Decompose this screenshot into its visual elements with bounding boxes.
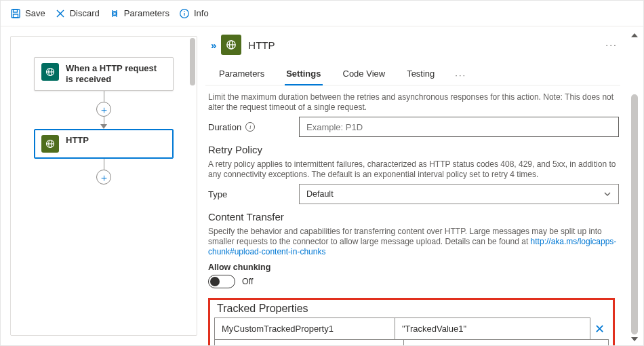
retry-type-label: Type	[208, 189, 289, 199]
content-transfer-title: Content Transfer	[208, 211, 619, 223]
tracked-properties-section: Tracked Properties MyCustomTrackedProper…	[208, 298, 615, 345]
info-icon	[179, 8, 190, 19]
chevron-down-icon	[603, 190, 611, 198]
connector-line	[104, 159, 104, 170]
remove-tracked-property-button[interactable]: ✕	[590, 322, 609, 337]
details-scrollbar[interactable]	[631, 33, 638, 341]
scroll-down-icon[interactable]	[631, 337, 638, 341]
tab-settings[interactable]: Settings	[285, 64, 322, 85]
panel-tabs: Parameters Settings Code View Testing ··…	[205, 62, 620, 85]
connector-arrow-icon	[100, 124, 107, 129]
allow-chunking-label: Allow chunking	[208, 263, 619, 272]
svg-text:@: @	[112, 11, 117, 16]
node-http-action[interactable]: HTTP	[34, 129, 174, 159]
parameters-label: Parameters	[124, 8, 169, 18]
allow-chunking-toggle[interactable]	[208, 275, 235, 288]
tracked-property-value-input[interactable]: "TrackedValue1"	[402, 324, 466, 334]
tracked-property-key-input[interactable]: MyCustomTrackedProperty1	[222, 324, 334, 334]
info-label: Info	[194, 8, 209, 18]
save-button[interactable]: Save	[10, 8, 45, 19]
node-http-title: HTTP	[66, 135, 89, 146]
connector-2: ＋	[96, 159, 111, 185]
svg-rect-1	[14, 9, 18, 12]
duration-input[interactable]	[299, 117, 619, 137]
save-label: Save	[25, 8, 45, 18]
parameters-button[interactable]: @ Parameters	[109, 8, 169, 19]
duration-label: Duration i	[208, 122, 289, 132]
content-transfer-help: Specify the behavior and capabilities fo…	[208, 227, 619, 257]
toggle-knob	[210, 277, 220, 286]
discard-label: Discard	[70, 8, 100, 18]
tracked-properties-table: MyCustomTrackedProperty1 "TrackedValue1"	[214, 318, 590, 340]
workflow-canvas[interactable]: When a HTTP request is received ＋ HTTP	[10, 36, 197, 336]
allow-chunking-state: Off	[242, 277, 253, 286]
info-icon[interactable]: i	[245, 122, 255, 132]
connector-line	[104, 91, 104, 102]
retry-policy-title: Retry Policy	[208, 144, 619, 155]
http-action-icon	[221, 35, 241, 55]
tracked-property-row: MyCustomTrackedProperty1 "TrackedValue1"	[215, 318, 590, 340]
panel-more-button[interactable]: ···	[605, 39, 620, 50]
connector-1: ＋	[96, 91, 111, 129]
svg-rect-0	[12, 9, 20, 18]
request-trigger-icon	[41, 63, 59, 81]
collapse-panel-button[interactable]: »	[211, 39, 214, 51]
canvas-scrollbar[interactable]	[190, 38, 195, 334]
scroll-thumb[interactable]	[631, 94, 638, 334]
discard-button[interactable]: Discard	[55, 8, 100, 19]
add-step-button[interactable]: ＋	[96, 102, 111, 117]
node-trigger-title: When a HTTP request is received	[66, 63, 166, 85]
svg-point-9	[184, 11, 185, 12]
tabs-overflow-button[interactable]: ···	[455, 70, 466, 80]
action-timeout-help: Limit the maximum duration between the r…	[208, 92, 619, 113]
tab-parameters[interactable]: Parameters	[218, 64, 266, 85]
duration-label-text: Duration	[208, 122, 241, 132]
tab-testing[interactable]: Testing	[405, 64, 436, 85]
retry-type-select[interactable]: Default	[299, 184, 619, 204]
action-details-panel: » HTTP ··· Parameters Settings Code View…	[199, 26, 643, 345]
workflow-canvas-column: When a HTTP request is received ＋ HTTP	[1, 26, 199, 345]
retry-type-value: Default	[306, 189, 334, 199]
svg-rect-2	[14, 14, 18, 18]
command-bar: Save Discard @ Parameters Info	[1, 1, 643, 26]
save-icon	[10, 8, 21, 19]
tab-code-view[interactable]: Code View	[342, 64, 387, 85]
discard-icon	[55, 8, 66, 19]
retry-policy-help: A retry policy applies to intermittent f…	[208, 159, 619, 180]
add-step-button[interactable]: ＋	[96, 170, 111, 185]
node-trigger[interactable]: When a HTTP request is received	[34, 57, 174, 91]
scroll-up-icon[interactable]	[631, 33, 638, 37]
tracked-properties-new-row: Key Value	[214, 339, 609, 345]
tracked-property-row: Key Value	[215, 340, 609, 346]
http-action-icon	[41, 135, 59, 153]
info-button[interactable]: Info	[179, 8, 209, 19]
parameters-icon: @	[109, 8, 120, 19]
tracked-properties-title: Tracked Properties	[217, 303, 609, 315]
scroll-thumb[interactable]	[190, 38, 195, 85]
panel-title: HTTP	[248, 39, 275, 51]
